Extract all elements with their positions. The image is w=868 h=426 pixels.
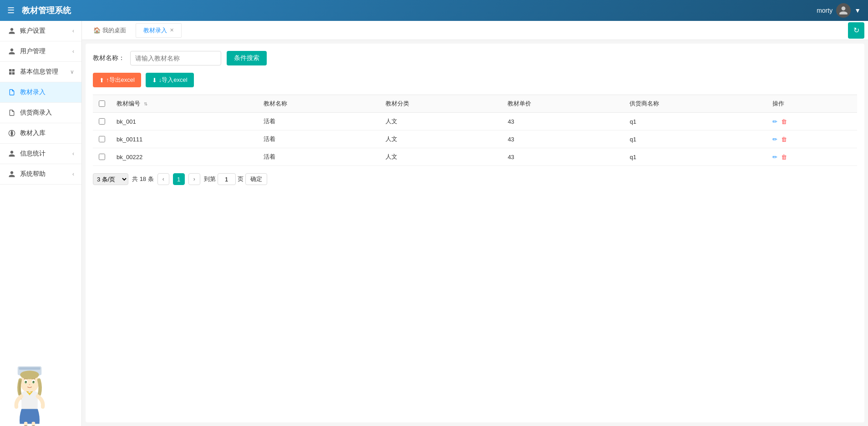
tab-textbook-label: 教材录入 [143,26,167,35]
row-actions: ✏ 🗑 [767,130,857,148]
goto-prefix: 到第 [204,175,216,183]
row-actions: ✏ 🗑 [767,113,857,130]
table-row: bk_00111 活着 人文 43 q1 ✏ 🗑 [93,130,857,148]
tabs-bar: 🏠 我的桌面 教材录入 ✕ ↻ [82,21,868,40]
row-checkbox-cell [93,130,111,148]
home-icon: 🏠 [93,27,101,34]
chevron-icon: ‹ [72,171,74,177]
goto-page: 到第 页 确定 [204,173,267,185]
sidebar-item-label: 系统帮助 [20,170,72,178]
sidebar: 账户设置 ‹ 用户管理 ‹ 基本信息管理 ∨ 教材录入 [0,21,82,426]
sort-icon[interactable]: ⇅ [144,101,147,106]
person-icon [7,26,16,35]
row-checkbox[interactable] [99,154,105,160]
svg-point-12 [20,371,39,379]
current-page-number: 1 [173,173,185,185]
sidebar-item-label: 教材录入 [20,88,74,96]
row-checkbox[interactable] [99,118,105,125]
sidebar-item-supplier-entry[interactable]: 供货商录入 [0,103,81,123]
pagination-total: 共 18 条 [132,175,154,183]
main-layout: 账户设置 ‹ 用户管理 ‹ 基本信息管理 ∨ 教材录入 [0,21,868,426]
svg-point-7 [25,381,27,384]
person-icon [7,170,16,179]
header-price: 教材单价 [502,95,624,113]
search-label: 教材名称： [93,54,125,62]
svg-point-8 [32,381,35,384]
export-excel-button[interactable]: ⬆ ↑导出excel [93,73,141,87]
tab-home-label: 我的桌面 [102,26,126,35]
row-checkbox-cell [93,113,111,130]
tab-close-icon[interactable]: ✕ [170,28,174,33]
person-icon [7,149,16,158]
row-price: 43 [502,113,624,130]
row-category: 人文 [380,113,502,130]
sidebar-item-user-management[interactable]: 用户管理 ‹ [0,41,81,62]
upload-icon: ⬆ [99,77,104,84]
row-code: bk_001 [111,113,258,130]
delete-icon[interactable]: 🗑 [781,154,787,160]
doc-icon [7,88,16,97]
page-size-select[interactable]: 3 条/页 5 条/页 10 条/页 [93,173,128,185]
edit-icon[interactable]: ✏ [772,136,777,143]
svg-point-9 [26,381,27,382]
sidebar-item-label: 用户管理 [20,47,72,55]
row-category: 人文 [380,130,502,148]
row-name: 活着 [258,113,380,130]
row-supplier: q1 [624,113,767,130]
sidebar-item-account-settings[interactable]: 账户设置 ‹ [0,21,81,41]
sidebar-item-textbook-stock[interactable]: 教材入库 [0,123,81,144]
search-button[interactable]: 条件搜索 [227,51,267,65]
svg-point-10 [33,381,34,382]
prev-page-button[interactable]: ‹ [157,173,169,185]
row-supplier: q1 [624,130,767,148]
chevron-icon: ‹ [72,28,74,34]
refresh-button[interactable]: ↻ [848,22,864,39]
svg-rect-15 [32,422,36,426]
import-label: ↓导入excel [159,76,188,84]
svg-point-11 [29,384,30,385]
select-all-checkbox[interactable] [99,100,105,107]
edit-icon[interactable]: ✏ [772,118,777,125]
sidebar-item-label: 供货商录入 [20,109,74,117]
header-name: 教材名称 [258,95,380,113]
search-input[interactable] [130,51,221,65]
download-icon: ⬇ [152,77,157,84]
globe-icon [7,129,16,138]
sidebar-item-info-stats[interactable]: 信息统计 ‹ [0,144,81,164]
edit-icon[interactable]: ✏ [772,154,777,160]
chevron-icon: ‹ [72,150,74,157]
sidebar-item-textbook-entry[interactable]: 教材录入 [0,82,81,103]
character-illustration [5,358,55,426]
sidebar-item-basic-info[interactable]: 基本信息管理 ∨ [0,62,81,82]
menu-icon[interactable]: ☰ [7,5,15,15]
sidebar-item-label: 信息统计 [20,150,72,158]
svg-rect-3 [19,367,41,370]
chevron-down-icon: ∨ [70,69,74,75]
grid-icon [7,67,16,76]
table-row: bk_00222 活着 人文 43 q1 ✏ 🗑 [93,148,857,166]
import-excel-button[interactable]: ⬇ ↓导入excel [146,73,194,87]
row-supplier: q1 [624,148,767,166]
delete-icon[interactable]: 🗑 [781,118,787,125]
app-title: 教材管理系统 [22,5,817,16]
row-price: 43 [502,130,624,148]
user-area[interactable]: morty ▼ [817,3,861,18]
tab-home[interactable]: 🏠 我的桌面 [86,23,134,38]
row-checkbox[interactable] [99,136,105,142]
content-area: 🏠 我的桌面 教材录入 ✕ ↻ 教材名称： 条件搜索 ⬆ [82,21,868,426]
action-bar: ⬆ ↑导出excel ⬇ ↓导入excel [93,73,857,87]
goto-input[interactable] [218,173,236,185]
user-dropdown-icon: ▼ [854,7,861,14]
header-supplier: 供货商名称 [624,95,767,113]
table-row: bk_001 活着 人文 43 q1 ✏ 🗑 [93,113,857,130]
goto-confirm-button[interactable]: 确定 [245,173,267,185]
next-page-button[interactable]: › [188,173,200,185]
delete-icon[interactable]: 🗑 [781,136,787,143]
tab-textbook-entry[interactable]: 教材录入 ✕ [136,23,182,38]
sidebar-item-system-help[interactable]: 系统帮助 ‹ [0,164,81,185]
sidebar-item-label: 教材入库 [20,129,74,137]
export-label: ↑导出excel [106,76,135,84]
row-name: 活着 [258,130,380,148]
page-content: 教材名称： 条件搜索 ⬆ ↑导出excel ⬇ ↓导入excel [86,44,864,422]
row-category: 人文 [380,148,502,166]
